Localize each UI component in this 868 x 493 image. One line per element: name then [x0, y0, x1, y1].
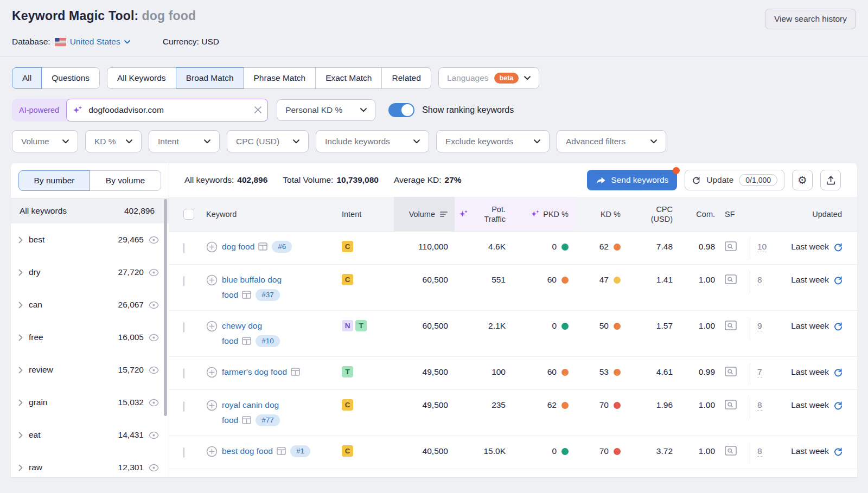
serp-features-count[interactable]: 8: [757, 446, 762, 457]
tab-all-keywords[interactable]: All Keywords: [107, 67, 176, 89]
domain-search-input[interactable]: [66, 99, 268, 121]
eye-icon[interactable]: [149, 334, 159, 342]
refresh-metrics-icon[interactable]: [833, 401, 843, 411]
row-checkbox[interactable]: [183, 322, 184, 332]
serp-page-icon[interactable]: [258, 242, 267, 251]
column-header-keyword[interactable]: Keyword: [200, 197, 342, 231]
serp-preview-icon[interactable]: [725, 367, 737, 377]
serp-features-count[interactable]: 8: [757, 400, 762, 411]
serp-preview-icon[interactable]: [725, 446, 737, 456]
column-header-updated[interactable]: Updated: [776, 197, 857, 231]
filter-kd[interactable]: KD %: [85, 130, 142, 152]
tab-questions[interactable]: Questions: [41, 67, 100, 89]
serp-page-icon[interactable]: [242, 337, 251, 345]
refresh-metrics-icon[interactable]: [833, 322, 843, 331]
filter-intent[interactable]: Intent: [149, 130, 220, 152]
eye-icon[interactable]: [149, 301, 159, 309]
ranking-position-badge[interactable]: #10: [256, 335, 280, 347]
add-keyword-icon[interactable]: [206, 274, 218, 286]
all-keywords-group[interactable]: All keywords 402,896: [11, 199, 169, 223]
column-header-com[interactable]: Com.: [679, 197, 722, 231]
serp-features-count[interactable]: 7: [757, 367, 762, 377]
row-checkbox[interactable]: [183, 276, 184, 286]
add-keyword-icon[interactable]: [206, 400, 218, 411]
refresh-metrics-icon[interactable]: [833, 368, 843, 377]
filter-cpc-usd[interactable]: CPC (USD): [227, 130, 309, 152]
personal-kd-dropdown[interactable]: Personal KD %: [277, 99, 375, 121]
export-button[interactable]: [820, 170, 841, 190]
sidebar-group-dry[interactable]: dry 27,720: [11, 256, 169, 289]
ranking-position-badge[interactable]: #37: [256, 289, 280, 301]
serp-preview-icon[interactable]: [725, 400, 737, 410]
sidebar-group-review[interactable]: review 15,720: [11, 354, 169, 386]
sidebar-group-free[interactable]: free 16,005: [11, 321, 169, 354]
serp-features-count[interactable]: 10: [757, 242, 767, 252]
serp-page-icon[interactable]: [277, 447, 286, 455]
serp-page-icon[interactable]: [291, 368, 300, 376]
filter-advanced-filters[interactable]: Advanced filters: [557, 130, 666, 152]
sidebar-scrollbar[interactable]: [164, 199, 167, 416]
column-header-pot-traffic[interactable]: Pot. Traffic: [455, 197, 511, 231]
add-keyword-icon[interactable]: [206, 367, 218, 378]
add-keyword-icon[interactable]: [206, 241, 218, 253]
add-keyword-icon[interactable]: [206, 446, 218, 457]
row-checkbox[interactable]: [183, 243, 184, 253]
languages-dropdown[interactable]: Languages beta: [438, 67, 539, 89]
sidebar-group-raw[interactable]: raw 12,301: [11, 451, 169, 477]
database-selector[interactable]: United States: [70, 37, 130, 47]
show-ranking-keywords-toggle[interactable]: [388, 103, 414, 117]
filter-exclude-keywords[interactable]: Exclude keywords: [436, 130, 550, 152]
serp-features-count[interactable]: 8: [757, 275, 762, 285]
tab-broad-match[interactable]: Broad Match: [176, 67, 244, 89]
serp-page-icon[interactable]: [242, 291, 251, 299]
eye-icon[interactable]: [149, 399, 159, 407]
tab-exact-match[interactable]: Exact Match: [315, 67, 382, 89]
ranking-position-badge[interactable]: #6: [272, 241, 292, 253]
serp-page-icon[interactable]: [242, 416, 251, 424]
serp-preview-icon[interactable]: [725, 274, 737, 285]
row-checkbox[interactable]: [183, 401, 184, 412]
keyword-link[interactable]: farmer's dog food: [222, 367, 287, 376]
serp-preview-icon[interactable]: [725, 241, 737, 252]
eye-icon[interactable]: [149, 431, 159, 439]
sidebar-group-eat[interactable]: eat 14,431: [11, 419, 169, 451]
row-checkbox[interactable]: [183, 368, 184, 379]
update-button[interactable]: Update 0/1,000: [685, 170, 784, 190]
add-keyword-icon[interactable]: [206, 321, 218, 332]
send-keywords-button[interactable]: Send keywords: [587, 170, 677, 190]
column-header-cpc[interactable]: CPC (USD): [627, 197, 679, 231]
tab-all[interactable]: All: [12, 67, 42, 89]
keyword-link[interactable]: dog food: [222, 242, 254, 251]
column-header-pkd[interactable]: PKD %: [511, 197, 575, 231]
sort-by-volume-button[interactable]: By volume: [90, 170, 161, 191]
eye-icon[interactable]: [149, 464, 159, 472]
sidebar-group-can[interactable]: can 26,067: [11, 289, 169, 321]
eye-icon[interactable]: [149, 366, 159, 374]
clear-input-icon[interactable]: [254, 106, 261, 113]
column-header-intent[interactable]: Intent: [342, 197, 394, 231]
eye-icon[interactable]: [149, 268, 159, 277]
column-header-volume[interactable]: Volume: [394, 197, 455, 231]
filter-include-keywords[interactable]: Include keywords: [316, 130, 429, 152]
sidebar-group-best[interactable]: best 29,465: [11, 223, 169, 256]
ranking-position-badge[interactable]: #1: [290, 445, 310, 457]
row-checkbox[interactable]: [183, 447, 184, 458]
serp-preview-icon[interactable]: [725, 321, 737, 331]
sort-by-number-button[interactable]: By number: [18, 170, 90, 191]
tab-phrase-match[interactable]: Phrase Match: [244, 67, 316, 89]
view-search-history-button[interactable]: View search history: [765, 9, 856, 29]
refresh-metrics-icon[interactable]: [833, 242, 843, 252]
ranking-position-badge[interactable]: #77: [256, 414, 280, 426]
settings-gear-button[interactable]: ⚙: [792, 170, 813, 190]
refresh-metrics-icon[interactable]: [833, 276, 843, 285]
select-all-checkbox[interactable]: [183, 209, 194, 220]
serp-features-count[interactable]: 9: [757, 321, 762, 331]
column-header-kd[interactable]: KD %: [575, 197, 627, 231]
refresh-metrics-icon[interactable]: [833, 447, 843, 457]
eye-icon[interactable]: [149, 236, 159, 244]
tab-related[interactable]: Related: [381, 67, 431, 89]
filter-volume[interactable]: Volume: [12, 130, 78, 152]
sidebar-group-grain[interactable]: grain 15,032: [11, 386, 169, 419]
column-header-sf[interactable]: SF: [722, 197, 750, 231]
keyword-link[interactable]: best dog food: [222, 446, 273, 456]
